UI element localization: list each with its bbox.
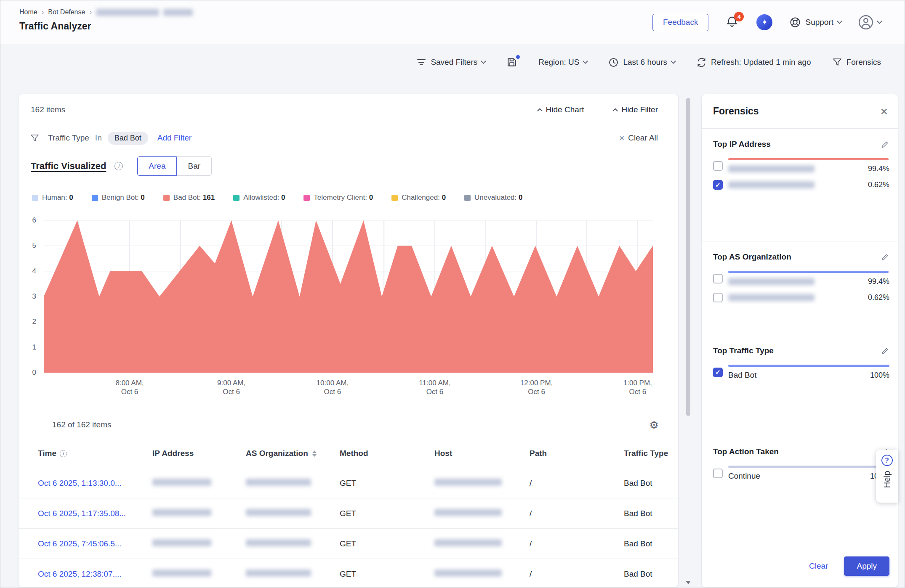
- feedback-button[interactable]: Feedback: [652, 14, 708, 31]
- y-tick-label: 1: [32, 343, 36, 352]
- clear-all-button[interactable]: × Clear All: [619, 133, 658, 143]
- forensics-apply-button[interactable]: Apply: [844, 556, 889, 576]
- col-ip-address[interactable]: IP Address: [152, 449, 246, 458]
- sort-icon[interactable]: [312, 450, 317, 457]
- legend-label: Benign Bot: 0: [102, 193, 145, 202]
- legend-item-unevaluated[interactable]: Unevaluated: 0: [464, 193, 522, 202]
- account-menu[interactable]: [858, 15, 881, 30]
- redacted-label: [728, 294, 814, 301]
- breadcrumb-home-link[interactable]: Home: [19, 8, 37, 16]
- hide-filter-label: Hide Filter: [621, 105, 658, 114]
- forensics-row-label: Continue: [728, 471, 760, 481]
- help-tab[interactable]: ? Help: [876, 450, 898, 503]
- legend-item-bad-bot[interactable]: Bad Bot: 161: [163, 193, 215, 202]
- hide-filter-button[interactable]: Hide Filter: [613, 105, 658, 114]
- row-path: /: [530, 569, 624, 579]
- checkbox[interactable]: [713, 469, 723, 478]
- row-ip-address: [152, 539, 246, 548]
- bar-view-button[interactable]: Bar: [177, 156, 212, 176]
- row-ip-address: [152, 569, 246, 579]
- checkbox[interactable]: [713, 161, 723, 171]
- forensics-clear-button[interactable]: Clear: [809, 562, 828, 571]
- legend-item-challenged[interactable]: Challenged: 0: [391, 193, 446, 202]
- row-time-link[interactable]: Oct 6 2025, 12:38:07....: [38, 569, 152, 579]
- info-icon[interactable]: i: [114, 162, 123, 170]
- legend-swatch: [303, 195, 310, 201]
- breadcrumb-bot-defense-link[interactable]: Bot Defense: [48, 8, 85, 16]
- traffic-analyzer-panel: 162 items Hide Chart Hide Filter Traffic…: [18, 94, 679, 588]
- col-traffic-type[interactable]: Traffic Type: [624, 449, 673, 458]
- traffic-area-chart[interactable]: [44, 220, 653, 373]
- edit-icon[interactable]: [881, 347, 889, 355]
- legend-item-allowlisted[interactable]: Allowlisted: 0: [233, 193, 285, 202]
- chart-legend: Human: 0Benign Bot: 0Bad Bot: 161Allowli…: [32, 193, 522, 202]
- save-filter-button[interactable]: [506, 57, 517, 68]
- page-title: Traffic Analyzer: [19, 21, 193, 32]
- region-selector[interactable]: Region: US: [538, 58, 587, 67]
- checkbox[interactable]: ✓: [713, 180, 723, 190]
- checkbox[interactable]: ✓: [713, 368, 723, 377]
- top-header: Home › Bot Defense › Traffic Analyzer Fe…: [0, 0, 905, 44]
- close-icon[interactable]: ×: [880, 105, 888, 118]
- forensics-row-label: Bad Bot: [728, 371, 757, 380]
- breadcrumb-separator: ›: [42, 8, 44, 16]
- traffic-visualized-title[interactable]: Traffic Visualized: [31, 161, 106, 172]
- time-range-selector[interactable]: Last 6 hours: [608, 57, 675, 68]
- col-as-organization[interactable]: AS Organization: [246, 449, 340, 458]
- forensics-section-top-action-taken: Top Action TakenContinue100%: [702, 436, 898, 545]
- col-host[interactable]: Host: [434, 449, 530, 458]
- filter-field-label[interactable]: Traffic Type: [48, 133, 89, 143]
- row-time-link[interactable]: Oct 6 2025, 7:45:06.5...: [38, 539, 152, 548]
- filter-value-pill[interactable]: Bad Bot: [108, 132, 148, 145]
- col-method[interactable]: Method: [340, 449, 434, 458]
- row-traffic-type: Bad Bot: [624, 569, 673, 579]
- area-view-button[interactable]: Area: [137, 156, 177, 176]
- x-tick-label: 12:00 PM,Oct 6: [520, 379, 553, 396]
- chevron-down-icon: [671, 58, 676, 64]
- table-body: Oct 6 2025, 1:13:30.0...GET/Bad BotOct 6…: [19, 468, 678, 587]
- edit-icon[interactable]: [881, 253, 889, 262]
- row-traffic-type: Bad Bot: [624, 479, 673, 488]
- notifications-button[interactable]: 4: [725, 15, 740, 29]
- row-path: /: [530, 479, 624, 488]
- row-time-link[interactable]: Oct 6 2025, 1:13:30.0...: [38, 479, 152, 488]
- support-menu[interactable]: Support: [789, 16, 841, 28]
- saved-filters-menu[interactable]: Saved Filters: [416, 57, 485, 67]
- forensics-row: 99.4%: [713, 158, 889, 173]
- row-time-link[interactable]: Oct 6 2025, 1:17:35.08...: [38, 509, 152, 518]
- checkbox[interactable]: [713, 274, 723, 283]
- checkbox[interactable]: [713, 293, 723, 302]
- col-path[interactable]: Path: [530, 449, 624, 458]
- y-axis-labels: 0123456: [19, 220, 38, 373]
- table-row: Oct 6 2025, 1:17:35.08...GET/Bad Bot: [19, 498, 678, 529]
- progress-bar: [728, 365, 889, 367]
- scrollbar-thumb[interactable]: [686, 98, 690, 416]
- breadcrumb: Home › Bot Defense ›: [19, 8, 193, 16]
- forensics-title: Forensics: [713, 106, 759, 117]
- content-scrollbar[interactable]: [686, 96, 690, 585]
- col-time[interactable]: Timei: [38, 449, 152, 458]
- forensics-sections: Top IP Address99.4%✓0.62%Top AS Organiza…: [702, 129, 898, 545]
- table-settings-gear-icon[interactable]: ⚙: [649, 419, 659, 431]
- edit-icon[interactable]: [881, 140, 889, 149]
- legend-item-benign-bot[interactable]: Benign Bot: 0: [92, 193, 145, 202]
- filter-lines-icon: [416, 57, 426, 67]
- hide-chart-button[interactable]: Hide Chart: [538, 105, 584, 114]
- scroll-down-arrow[interactable]: [686, 581, 691, 584]
- add-filter-link[interactable]: Add Filter: [157, 133, 192, 143]
- chart-view-toggle: Area Bar: [137, 156, 212, 176]
- breadcrumb-separator: ›: [89, 8, 92, 16]
- forensics-row-value: 0.62%: [868, 293, 889, 302]
- forensics-toggle-button[interactable]: Forensics: [832, 57, 881, 67]
- refresh-button[interactable]: Refresh: Updated 1 min ago: [696, 57, 811, 68]
- info-icon[interactable]: i: [60, 450, 67, 457]
- items-count: 162 items: [31, 105, 65, 114]
- forensics-row: 0.62%: [713, 293, 889, 302]
- legend-item-telemetry-client[interactable]: Telemetry Client: 0: [303, 193, 373, 202]
- assistant-icon[interactable]: ✦: [756, 14, 772, 30]
- x-tick-label: 11:00 AM,Oct 6: [419, 379, 450, 396]
- forensics-toolbar-label: Forensics: [846, 58, 881, 67]
- forensics-row: 99.4%: [713, 271, 889, 286]
- legend-item-human[interactable]: Human: 0: [32, 193, 73, 202]
- forensics-row-value: 99.4%: [868, 277, 889, 286]
